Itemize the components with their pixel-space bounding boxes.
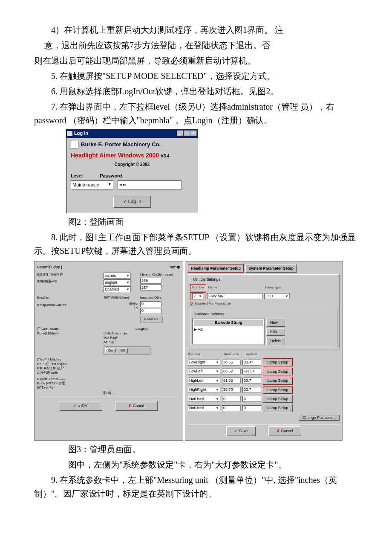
horizontal-input[interactable]: 88.52	[222, 369, 241, 375]
level-select[interactable]: Maintenance ▼	[71, 180, 113, 190]
stajfct-button[interactable]: STAJFCT	[140, 316, 163, 323]
barcode-settings-group: Barcode Settings Barcode String ▶ AB New…	[190, 309, 337, 347]
password-label: Password	[100, 172, 122, 180]
chevron-down-icon: ▼	[126, 273, 130, 279]
tab-system-setup[interactable]: System Parameter Setup	[245, 264, 297, 273]
lamp-setup-button: Lamp Setup	[263, 395, 293, 403]
system-param-panel: Paramii Sdup.j Setup SjStffTl JfiMt括庐 IM…	[34, 261, 183, 441]
position-row-5: NotUsed▼00Lamp Setup	[188, 404, 340, 412]
position-row-1: LowLeft▼88.52-33.54Lamp Setup	[188, 368, 340, 375]
fig3-caption: 图3：管理员画面。	[34, 442, 358, 456]
horizontal-input[interactable]: 0	[222, 405, 241, 411]
chevron-down-icon: ▼	[285, 293, 288, 299]
lbl-aei: Aei*lug	[104, 340, 180, 344]
titlebar[interactable]: Log In _ □ ×	[66, 129, 198, 138]
vehicle-number-select[interactable]: 2▼	[192, 293, 203, 299]
opt-enabled: Enabled	[105, 287, 119, 292]
check-icon: ✓	[123, 199, 127, 204]
login-button[interactable]: ✓Log In	[113, 196, 151, 208]
lamp-setup-button[interactable]: Lamp Setup	[263, 358, 293, 366]
lbl-mm: MM P&jiF	[104, 336, 180, 340]
position-row-3: HighRight▼39.7333.7Lamp Setup	[188, 386, 340, 394]
vehicle-settings-label: Vehicle Settings	[192, 276, 222, 282]
off-button[interactable]: Off	[118, 348, 128, 353]
barcode-listbox[interactable]: Barcode String ▶ AB	[192, 319, 265, 344]
lbl-l2: IM期制语wftil	[37, 279, 101, 284]
vertical-input[interactable]: 0	[242, 396, 261, 402]
close-icon[interactable]: ×	[190, 131, 197, 136]
minimize-icon[interactable]: _	[177, 131, 183, 136]
lbl-kct: kCT><LF>	[37, 386, 180, 390]
input-268[interactable]: 268	[140, 278, 161, 284]
measuring-unit-select[interactable]: inches▼	[104, 273, 131, 279]
chevron-down-icon: ▼	[108, 181, 112, 189]
opt-inches: inches	[105, 273, 116, 279]
chevron-down-icon: ▼	[216, 369, 219, 374]
fig2-caption: 图2：登陆画面	[34, 215, 358, 229]
check-icon: ✓	[73, 404, 77, 408]
horizontal-input[interactable]: 0	[222, 396, 241, 402]
para-5: 5. 在触摸屏按"SETUP MODE SELECTED"，选择设定方式。	[34, 69, 358, 83]
chevron-down-icon: ▼	[216, 387, 219, 392]
copyright: Copyright © 2002	[71, 161, 193, 168]
chevron-down-icon: ▼	[216, 405, 219, 411]
para-4b: 意，退出前先应该按第7步方法登陆，在登陆状态下退出。否	[34, 38, 358, 52]
chevron-down-icon: ▼	[126, 280, 130, 285]
left-save-button[interactable]: ✓ s-SYri	[60, 401, 102, 410]
chk-nic[interactable]: □ NicErnai r pte	[104, 331, 180, 336]
horizontal-input[interactable]: 81.02	[222, 378, 241, 384]
vertical-input[interactable]: 0	[242, 405, 261, 411]
vertical-input[interactable]: -33.54	[242, 369, 261, 375]
vertical-input[interactable]: 33.7	[242, 378, 261, 384]
tab-headlamp-setup[interactable]: Headlamp Parameter Setup	[188, 264, 244, 273]
level-value: Maintenance	[72, 181, 99, 189]
position-select[interactable]: HighLeft▼	[188, 378, 220, 384]
brand-text: Burke E. Porter Machinery Co.	[81, 140, 161, 149]
product-version: V3.4	[161, 154, 170, 158]
input-257[interactable]: 257	[140, 285, 161, 291]
enabled-select[interactable]: Enabled▼	[104, 286, 131, 292]
lbl-s1: 系1阀…	[37, 391, 180, 395]
chk-use-swarl[interactable]: 厂 Use: Swarl:	[37, 327, 101, 331]
lamp-type-select[interactable]: LHD▼	[264, 293, 290, 299]
maximize-icon[interactable]: □	[184, 131, 190, 136]
barcode-edit-button[interactable]: Edit	[266, 328, 285, 336]
lbl-13: 13	[104, 306, 138, 311]
para-7: 7. 在弹出界面中，左下拉框level（级另U）选择administrator（…	[34, 100, 358, 127]
password-input[interactable]: ••••	[118, 180, 182, 190]
save-button[interactable]: ✓ Save	[226, 426, 256, 436]
input-offset-2[interactable]: 0	[140, 308, 161, 314]
position-select[interactable]: LowRight▼	[188, 360, 220, 366]
lamptype-header: Lamp type	[265, 285, 281, 291]
lamp-setup-button[interactable]: Lamp Setup	[263, 368, 293, 375]
position-header: Position	[188, 352, 222, 357]
enabled-checkbox[interactable]: ☑	[190, 301, 193, 307]
barcode-new-button[interactable]: New	[266, 319, 285, 326]
input-offset-1[interactable]: 0	[140, 301, 161, 307]
lamp-setup-button[interactable]: Lamp Setup	[263, 377, 293, 384]
left-cancel-label: Caned	[133, 404, 144, 408]
cancel-button[interactable]: ✗ Cancel	[268, 426, 301, 436]
chevron-down-icon: ▼	[126, 287, 130, 292]
para-8: 8. 此时，图1主工作画面下部菜单条SETUP （设置）软键将由灰度显示变为加强…	[34, 230, 358, 258]
position-select[interactable]: LowLeft▼	[188, 369, 220, 375]
position-select[interactable]: HighRight▼	[188, 387, 220, 393]
lamp-setup-button[interactable]: Lamp Setup	[263, 386, 293, 394]
vehicle-number-value: 2	[193, 293, 196, 299]
para-4c: 则在退出后可能出现局部黑屏，导致必须重新启动计算机。	[34, 54, 358, 67]
barcode-row-ab[interactable]: ▶ AB	[194, 326, 263, 332]
cancel-label: Cancel	[281, 429, 293, 433]
horizontal-input[interactable]: 38.55	[222, 360, 241, 366]
position-select[interactable]: NotUsed▼	[188, 396, 220, 402]
language-select[interactable]: english▼	[104, 279, 131, 285]
position-select[interactable]: NotUsed▼	[188, 405, 220, 411]
on-button[interactable]: On	[105, 348, 116, 353]
vehicle-name-input[interactable]: FAW M6	[207, 293, 262, 299]
para-4a: 4）在计算机上重新启动大灯测试程序，再次进入图1界面。 注	[34, 23, 358, 37]
horizontal-input[interactable]: 39.73	[222, 387, 241, 393]
vertical-input[interactable]: 33.7	[242, 387, 261, 393]
left-cancel-button[interactable]: ✗ Caned	[115, 401, 158, 410]
vertical-input[interactable]: 33.47	[242, 360, 261, 366]
change-positions-button[interactable]: Change Positions...	[299, 415, 340, 421]
barcode-delete-button[interactable]: Delete	[266, 337, 285, 345]
